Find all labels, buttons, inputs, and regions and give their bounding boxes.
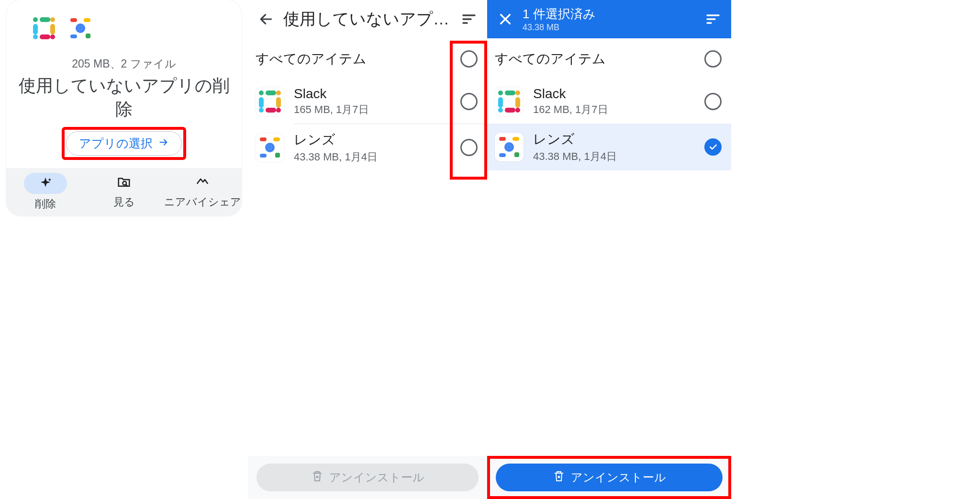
nav-delete[interactable]: 削除 bbox=[6, 173, 85, 211]
checkbox-empty-icon[interactable] bbox=[704, 50, 722, 68]
app-sub: 162 MB, 1月7日 bbox=[533, 102, 695, 117]
page-title: 使用していないアプ… bbox=[283, 8, 452, 30]
card-meta: 205 MB、2 ファイル bbox=[16, 57, 232, 71]
arrow-right-icon bbox=[158, 136, 169, 150]
app-name: レンズ bbox=[533, 130, 695, 148]
list-item[interactable]: Slack 162 MB, 1月7日 bbox=[487, 79, 731, 124]
select-all-label: すべてのアイテム bbox=[495, 50, 695, 68]
lens-icon bbox=[67, 14, 94, 42]
cleanup-card: 205 MB、2 ファイル 使用していないアプリの削除 アプリの選択 bbox=[6, 0, 242, 216]
sort-button[interactable] bbox=[456, 6, 482, 33]
app-sub: 165 MB, 1月7日 bbox=[294, 102, 451, 117]
nav-nearby-share[interactable]: ニアバイシェア bbox=[163, 175, 242, 209]
close-button[interactable] bbox=[492, 6, 519, 33]
highlight-box bbox=[487, 456, 731, 499]
lens-icon bbox=[256, 133, 284, 162]
bottom-bar: アンインストール bbox=[248, 456, 487, 499]
lens-icon bbox=[495, 133, 523, 161]
app-name: Slack bbox=[533, 86, 695, 102]
selection-subtitle: 43.38 MB bbox=[523, 23, 696, 33]
highlight-box: アプリの選択 bbox=[63, 128, 185, 159]
nav-browse-label: 見る bbox=[113, 195, 135, 209]
folder-search-icon bbox=[117, 175, 131, 192]
list-item[interactable]: レンズ 43.38 MB, 1月4日 bbox=[487, 124, 731, 170]
slack-icon bbox=[30, 14, 58, 42]
checkbox-empty-icon[interactable] bbox=[704, 93, 722, 110]
app-sub: 43.38 MB, 1月4日 bbox=[533, 149, 695, 164]
nearby-share-icon bbox=[195, 175, 210, 192]
panel-card: 205 MB、2 ファイル 使用していないアプリの削除 アプリの選択 bbox=[0, 0, 248, 499]
panel-list-selected: 1 件選択済み 43.38 MB すべてのアイテム Slack 162 MB, … bbox=[487, 0, 731, 499]
selection-topbar: 1 件選択済み 43.38 MB bbox=[487, 0, 731, 38]
app-name: レンズ bbox=[294, 131, 451, 149]
panel-list-unselected: 使用していないアプ… すべてのアイテム Slack 165 MB, 1月7日 レ… bbox=[248, 0, 487, 499]
nav-delete-label: 削除 bbox=[35, 197, 56, 211]
checkbox-checked-icon[interactable] bbox=[704, 138, 722, 156]
select-all-label: すべてのアイテム bbox=[256, 50, 451, 68]
topbar: 使用していないアプ… bbox=[248, 0, 487, 38]
sparkle-icon bbox=[24, 173, 67, 194]
select-apps-label: アプリの選択 bbox=[79, 136, 153, 151]
back-button[interactable] bbox=[253, 6, 279, 33]
trash-icon bbox=[311, 470, 323, 485]
slack-icon bbox=[256, 87, 284, 116]
uninstall-button[interactable]: アンインストール bbox=[256, 464, 479, 491]
svg-point-15 bbox=[123, 181, 127, 185]
highlight-box bbox=[450, 41, 487, 180]
app-name: Slack bbox=[294, 86, 451, 102]
select-all-row[interactable]: すべてのアイテム bbox=[487, 38, 731, 79]
app-sub: 43.38 MB, 1月4日 bbox=[294, 150, 451, 164]
slack-icon bbox=[495, 87, 523, 116]
card-title: 使用していないアプリの削除 bbox=[16, 74, 232, 121]
bottom-nav: 削除 見る ニアバイシェア bbox=[6, 168, 242, 216]
nav-share-label: ニアバイシェア bbox=[164, 195, 241, 209]
selection-title: 1 件選択済み bbox=[523, 6, 696, 23]
sort-button[interactable] bbox=[700, 6, 726, 33]
uninstall-label: アンインストール bbox=[329, 470, 424, 485]
select-apps-button[interactable]: アプリの選択 bbox=[66, 131, 182, 156]
nav-browse[interactable]: 見る bbox=[85, 175, 163, 209]
